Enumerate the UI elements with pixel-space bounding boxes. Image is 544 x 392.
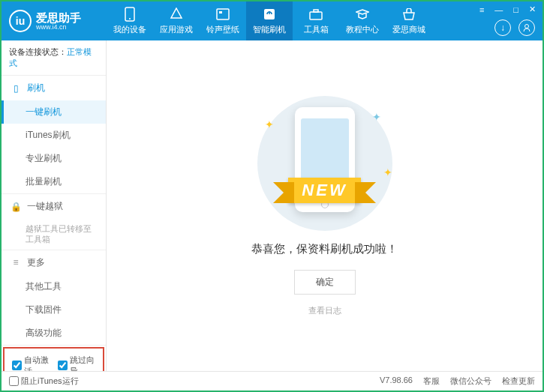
logo-area: iu 爱思助手 www.i4.cn bbox=[2, 10, 107, 32]
checkbox-auto-activate[interactable]: 自动激活 bbox=[12, 355, 50, 371]
svg-rect-2 bbox=[217, 9, 229, 19]
confirm-button[interactable]: 确定 bbox=[294, 270, 356, 295]
section-jailbreak-header[interactable]: 🔒 一键越狱 bbox=[2, 194, 106, 219]
footer: 阻止iTunes运行 V7.98.66 客服 微信公众号 检查更新 bbox=[2, 371, 542, 391]
sidebar-item-pro-flash[interactable]: 专业刷机 bbox=[2, 147, 106, 170]
nav-tutorials[interactable]: 教程中心 bbox=[339, 1, 386, 40]
apps-icon bbox=[169, 7, 184, 22]
maximize-icon[interactable]: □ bbox=[511, 5, 521, 14]
phone-small-icon: ▯ bbox=[11, 83, 21, 94]
jailbreak-note: 越狱工具已转移至工具箱 bbox=[2, 219, 106, 250]
app-url: www.i4.cn bbox=[36, 23, 81, 31]
app-name: 爱思助手 bbox=[36, 12, 81, 23]
options-highlighted: 自动激活 跳过向导 bbox=[3, 347, 104, 371]
version-label: V7.98.66 bbox=[380, 376, 413, 387]
section-more-header[interactable]: ≡ 更多 bbox=[2, 250, 106, 275]
device-status: 设备连接状态：正常模式 bbox=[2, 40, 106, 76]
checkbox-block-itunes[interactable]: 阻止iTunes运行 bbox=[9, 376, 79, 387]
success-message: 恭喜您，保资料刷机成功啦！ bbox=[251, 242, 398, 256]
app-logo-icon: iu bbox=[9, 10, 32, 32]
titlebar: iu 爱思助手 www.i4.cn 我的设备 应用游戏 铃声壁纸 智能刷机 bbox=[2, 1, 542, 40]
sidebar-item-other-tools[interactable]: 其他工具 bbox=[2, 275, 106, 298]
checkbox-skip-guide[interactable]: 跳过向导 bbox=[58, 355, 96, 371]
sidebar-item-download-firmware[interactable]: 下载固件 bbox=[2, 298, 106, 322]
sidebar-item-advanced[interactable]: 高级功能 bbox=[2, 322, 106, 345]
nav-smart-flash[interactable]: 智能刷机 bbox=[246, 1, 293, 40]
lock-icon: 🔒 bbox=[11, 202, 21, 212]
nav-toolbox[interactable]: 工具箱 bbox=[293, 1, 339, 40]
svg-rect-5 bbox=[310, 12, 322, 19]
footer-wechat[interactable]: 微信公众号 bbox=[450, 376, 491, 387]
phone-icon bbox=[122, 7, 137, 22]
section-flash-header[interactable]: ▯ 刷机 bbox=[2, 76, 106, 100]
download-icon[interactable]: ↓ bbox=[494, 19, 511, 36]
success-illustration: ✦ ✦ ✦ NEW bbox=[250, 96, 400, 231]
new-ribbon: NEW bbox=[250, 176, 400, 205]
more-icon: ≡ bbox=[11, 257, 21, 268]
toolbox-icon bbox=[308, 7, 323, 22]
sidebar-item-batch-flash[interactable]: 批量刷机 bbox=[2, 170, 106, 193]
svg-point-1 bbox=[129, 18, 131, 19]
nav-store[interactable]: 爱思商城 bbox=[386, 1, 432, 40]
footer-service[interactable]: 客服 bbox=[423, 376, 440, 387]
svg-rect-3 bbox=[219, 11, 222, 13]
sidebar: 设备连接状态：正常模式 ▯ 刷机 一键刷机 iTunes刷机 专业刷机 批量刷机… bbox=[2, 40, 107, 371]
close-icon[interactable]: ✕ bbox=[527, 4, 538, 14]
window-controls: ≡ — □ ✕ bbox=[477, 4, 538, 14]
sidebar-item-itunes-flash[interactable]: iTunes刷机 bbox=[2, 124, 106, 147]
user-actions: ↓ bbox=[494, 19, 535, 36]
flash-icon bbox=[262, 7, 277, 22]
minimize-icon[interactable]: — bbox=[492, 5, 505, 14]
view-log-link[interactable]: 查看日志 bbox=[308, 305, 341, 316]
main-content: ✦ ✦ ✦ NEW 恭喜您，保资料刷机成功啦！ 确定 查看日志 bbox=[107, 40, 542, 371]
user-icon[interactable] bbox=[518, 19, 535, 36]
svg-rect-6 bbox=[314, 10, 318, 12]
store-icon bbox=[401, 7, 416, 22]
section-flash: ▯ 刷机 一键刷机 iTunes刷机 专业刷机 批量刷机 bbox=[2, 76, 106, 194]
wallpaper-icon bbox=[215, 7, 230, 22]
body: 设备连接状态：正常模式 ▯ 刷机 一键刷机 iTunes刷机 专业刷机 批量刷机… bbox=[2, 40, 542, 371]
nav-apps-games[interactable]: 应用游戏 bbox=[153, 1, 200, 40]
svg-point-7 bbox=[525, 25, 529, 28]
app-window: iu 爱思助手 www.i4.cn 我的设备 应用游戏 铃声壁纸 智能刷机 bbox=[0, 0, 544, 392]
section-more: ≡ 更多 其他工具 下载固件 高级功能 bbox=[2, 250, 106, 346]
nav-my-device[interactable]: 我的设备 bbox=[107, 1, 153, 40]
nav-ringtone-wallpaper[interactable]: 铃声壁纸 bbox=[200, 1, 246, 40]
footer-update[interactable]: 检查更新 bbox=[502, 376, 535, 387]
tutorial-icon bbox=[355, 7, 370, 22]
menu-icon[interactable]: ≡ bbox=[477, 5, 486, 14]
section-jailbreak: 🔒 一键越狱 越狱工具已转移至工具箱 bbox=[2, 194, 106, 250]
sidebar-item-oneclick-flash[interactable]: 一键刷机 bbox=[2, 100, 106, 124]
